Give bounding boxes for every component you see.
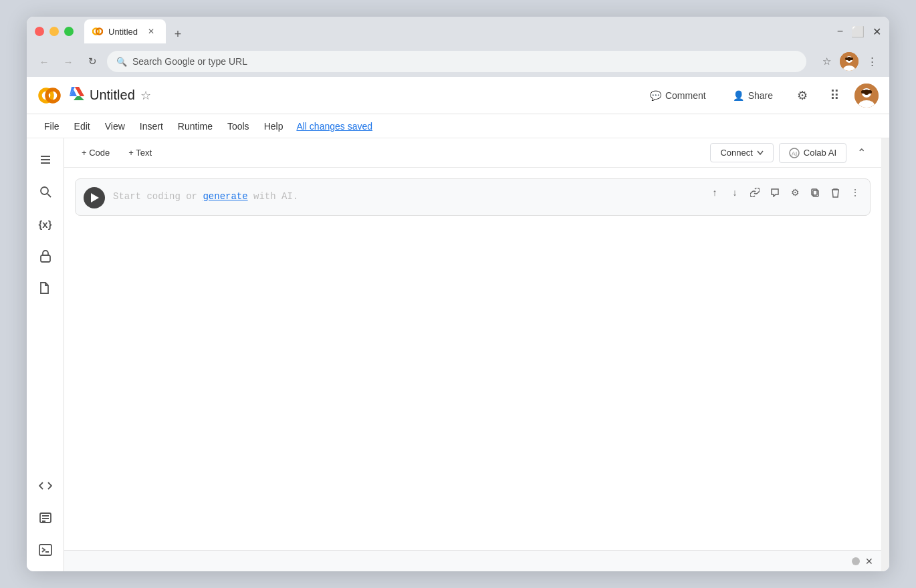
cell-move-up-button[interactable]: ↑: [705, 183, 724, 202]
sidebar-secrets-button[interactable]: [32, 243, 59, 269]
cell-placeholder-suffix: with AI.: [248, 191, 299, 202]
forward-button[interactable]: →: [59, 52, 78, 71]
app-header: Untitled ☆ 💬 Comment 👤 Share ⚙ ⠿: [27, 77, 889, 114]
right-scrollbar[interactable]: [881, 138, 889, 571]
bottom-bar: ✕: [64, 550, 881, 571]
sidebar-files-button[interactable]: [32, 275, 59, 301]
app-area: Untitled ☆ 💬 Comment 👤 Share ⚙ ⠿: [27, 77, 889, 571]
menu-help[interactable]: Help: [257, 118, 290, 134]
google-apps-button[interactable]: ⠿: [822, 84, 846, 108]
active-tab[interactable]: Untitled ✕: [84, 19, 166, 43]
doc-title[interactable]: Untitled: [90, 88, 135, 103]
colab-ai-label: Colab AI: [804, 148, 836, 158]
collapse-button[interactable]: ⌃: [852, 144, 871, 162]
connect-button[interactable]: Connect: [710, 143, 773, 162]
tab-close-button[interactable]: ✕: [146, 26, 156, 37]
settings-button[interactable]: ⚙: [790, 84, 814, 108]
share-label: Share: [748, 90, 773, 101]
doc-title-area: Untitled ☆: [70, 87, 633, 104]
address-bar-actions: ☆ ⋮: [817, 52, 881, 71]
sidebar-snippets-button[interactable]: [32, 504, 59, 531]
maximize-window-button[interactable]: [64, 27, 74, 36]
comment-button[interactable]: 💬 Comment: [641, 86, 715, 105]
gdrive-icon: [70, 87, 84, 104]
search-icon: 🔍: [116, 57, 127, 67]
menu-edit[interactable]: Edit: [68, 118, 97, 134]
menu-runtime[interactable]: Runtime: [171, 118, 219, 134]
star-icon[interactable]: ☆: [140, 88, 151, 103]
sidebar-code-button[interactable]: [32, 472, 59, 499]
window-restore-button[interactable]: ⬜: [851, 25, 865, 38]
colab-ai-button[interactable]: AI Colab AI: [779, 143, 846, 163]
share-icon: 👤: [733, 90, 744, 101]
back-button[interactable]: ←: [35, 52, 53, 71]
sidebar-variables-button[interactable]: {x}: [32, 210, 59, 237]
sidebar-terminal-button[interactable]: [32, 537, 59, 563]
share-button[interactable]: 👤 Share: [723, 86, 782, 105]
cell-placeholder-text: Start coding or: [113, 191, 203, 202]
svg-rect-19: [861, 90, 872, 94]
bookmark-button[interactable]: ☆: [817, 52, 836, 71]
minimize-window-button[interactable]: [49, 27, 59, 36]
new-tab-button[interactable]: +: [168, 25, 187, 43]
tab-bar: Untitled ✕ +: [84, 19, 832, 43]
colab-logo: [37, 84, 62, 108]
run-cell-button[interactable]: [84, 187, 105, 208]
svg-rect-6: [845, 57, 853, 60]
window-controls: [35, 27, 74, 36]
notebook-area: + Code + Text Connect AI C: [64, 138, 881, 571]
svg-rect-25: [41, 255, 50, 262]
content-area: {x}: [27, 138, 889, 571]
comment-label: Comment: [665, 90, 706, 101]
code-cell: ↑ ↓: [75, 178, 871, 216]
svg-marker-12: [70, 96, 84, 100]
all-changes-saved[interactable]: All changes saved: [296, 121, 372, 132]
window-close-button[interactable]: ✕: [873, 25, 881, 38]
connect-dropdown-icon: [757, 150, 764, 155]
menu-file[interactable]: File: [37, 118, 66, 134]
cell-comment-button[interactable]: [766, 183, 784, 202]
cell-settings-button[interactable]: ⚙: [786, 183, 804, 202]
connect-label: Connect: [720, 148, 752, 158]
address-bar[interactable]: 🔍 Search Google or type URL: [107, 51, 806, 72]
generate-link[interactable]: generate: [203, 191, 247, 202]
profile-avatar-small[interactable]: [840, 52, 858, 71]
sidebar-toc-button[interactable]: [32, 146, 59, 173]
comment-icon: 💬: [650, 90, 661, 101]
notebook-toolbar: + Code + Text Connect AI C: [64, 138, 881, 168]
colab-ai-icon: AI: [789, 148, 800, 158]
menu-bar: File Edit View Insert Runtime Tools Help…: [27, 114, 889, 138]
address-text: Search Google or type URL: [132, 56, 797, 67]
add-text-button[interactable]: + Text: [122, 144, 158, 161]
cell-copy-button[interactable]: [806, 183, 824, 202]
profile-avatar[interactable]: [854, 84, 879, 108]
address-bar-row: ← → ↻ 🔍 Search Google or type URL ☆ ⋮: [27, 46, 889, 77]
menu-tools[interactable]: Tools: [221, 118, 256, 134]
svg-text:AI: AI: [792, 150, 798, 157]
bottom-close-button[interactable]: ✕: [865, 556, 873, 567]
svg-point-23: [41, 187, 48, 194]
left-sidebar: {x}: [27, 138, 64, 571]
window-action-buttons: − ⬜ ✕: [837, 25, 881, 38]
bottom-dot: [852, 557, 860, 565]
add-code-button[interactable]: + Code: [75, 144, 116, 161]
cell-move-down-button[interactable]: ↓: [725, 183, 744, 202]
menu-insert[interactable]: Insert: [133, 118, 170, 134]
close-window-button[interactable]: [35, 27, 44, 36]
sidebar-search-button[interactable]: [32, 178, 59, 205]
menu-button[interactable]: ⋮: [863, 52, 881, 71]
title-bar: Untitled ✕ + − ⬜ ✕: [27, 17, 889, 46]
cell-delete-button[interactable]: [826, 183, 844, 202]
window-minimize-button[interactable]: −: [837, 25, 843, 37]
cell-more-button[interactable]: ⋮: [846, 183, 865, 202]
tab-colab-icon: [92, 26, 103, 37]
cells-area[interactable]: ↑ ↓: [64, 168, 881, 550]
svg-line-24: [47, 194, 51, 197]
tab-label: Untitled: [108, 27, 138, 37]
cell-toolbar: ↑ ↓: [705, 183, 865, 202]
svg-marker-14: [75, 87, 84, 96]
cell-link-button[interactable]: [746, 183, 764, 202]
run-icon: [91, 193, 99, 202]
reload-button[interactable]: ↻: [83, 52, 102, 71]
menu-view[interactable]: View: [98, 118, 132, 134]
